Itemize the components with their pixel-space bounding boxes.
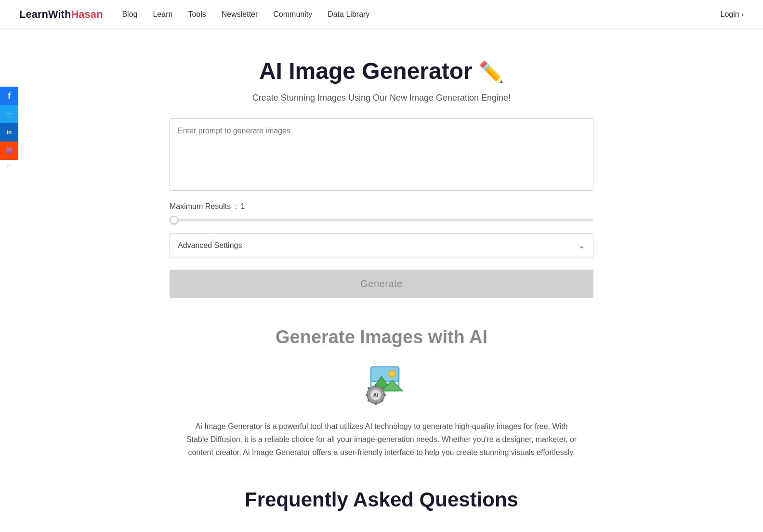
collapse-social-button[interactable]: ← [0, 160, 18, 171]
description-text: Ai Image Generator is a powerful tool th… [184, 420, 579, 459]
linkedin-icon: in [7, 129, 12, 136]
svg-rect-9 [366, 394, 368, 396]
svg-rect-7 [375, 385, 377, 388]
nav-blog[interactable]: Blog [122, 10, 137, 18]
faq-title: Frequently Asked Questions [170, 488, 593, 511]
svg-text:AI: AI [373, 392, 379, 398]
max-results-row: Maximum Results : 1 [170, 202, 593, 211]
login-button[interactable]: Login › [721, 10, 744, 19]
brand-learn: Learn [19, 8, 48, 20]
results-colon: : [235, 202, 237, 211]
twitter-button[interactable]: 🐦 [0, 105, 18, 123]
results-slider-container [170, 215, 593, 223]
generate-images-section: Generate Images with AI [170, 327, 593, 459]
results-slider[interactable] [170, 219, 593, 221]
faq-section: Frequently Asked Questions [170, 488, 593, 511]
login-label: Login [721, 10, 739, 19]
chevron-down-icon: ⌄ [578, 240, 585, 251]
generate-button[interactable]: Generate [170, 270, 593, 298]
prompt-input[interactable] [170, 118, 593, 191]
collapse-arrow-icon: ← [6, 162, 13, 169]
login-arrow: › [741, 10, 744, 19]
linkedin-button[interactable]: in [0, 123, 18, 142]
facebook-button[interactable]: f [0, 87, 18, 105]
nav-links: Blog Learn Tools Newsletter Community Da… [122, 10, 720, 19]
nav-community[interactable]: Community [273, 10, 312, 18]
brand-logo[interactable]: LearnWithHasan [19, 8, 103, 21]
nav-data-library[interactable]: Data Library [328, 10, 369, 18]
advanced-settings-label: Advanced Settings [178, 241, 242, 250]
brand-hasan: Hasan [71, 8, 103, 20]
navbar: LearnWithHasan Blog Learn Tools Newslett… [0, 0, 763, 29]
nav-tools[interactable]: Tools [188, 10, 206, 18]
nav-learn[interactable]: Learn [153, 10, 172, 18]
pencil-icon: ✏️ [479, 60, 504, 84]
social-sidebar: f 🐦 in 👾 ← [0, 87, 18, 171]
reddit-icon: 👾 [4, 145, 14, 156]
main-content: AI Image Generator ✏️ Create Stunning Im… [160, 29, 603, 531]
twitter-icon: 🐦 [5, 110, 13, 118]
brand-with: With [48, 8, 71, 20]
page-subtitle: Create Stunning Images Using Our New Ima… [170, 93, 593, 103]
facebook-icon: f [8, 91, 11, 101]
svg-point-2 [389, 370, 395, 377]
advanced-settings-dropdown[interactable]: Advanced Settings ⌄ [170, 233, 593, 258]
generate-images-title: Generate Images with AI [170, 327, 593, 348]
results-value: 1 [241, 202, 245, 211]
svg-rect-8 [375, 402, 377, 405]
nav-newsletter[interactable]: Newsletter [222, 10, 258, 18]
page-title: AI Image Generator ✏️ [170, 58, 593, 84]
reddit-button[interactable]: 👾 [0, 142, 18, 160]
max-results-label: Maximum Results [170, 202, 231, 211]
page-title-text: AI Image Generator [259, 58, 473, 84]
ai-image-icon: AI [357, 362, 406, 405]
svg-rect-10 [383, 394, 386, 396]
